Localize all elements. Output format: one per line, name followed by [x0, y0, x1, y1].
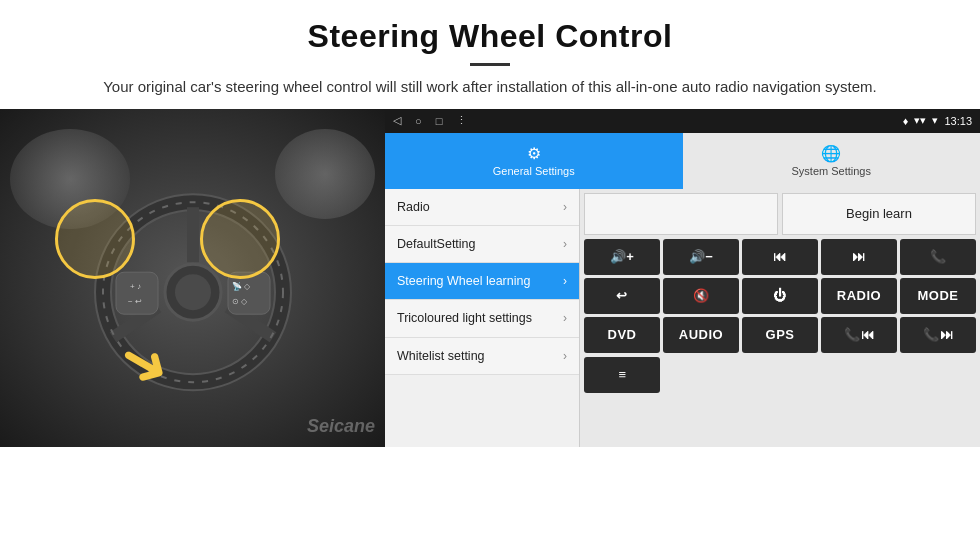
tab-system-settings[interactable]: 🌐 System Settings	[683, 133, 981, 189]
svg-text:+  ♪: + ♪	[130, 282, 141, 291]
next-track-icon: ⏭	[852, 249, 866, 264]
system-settings-icon: 🌐	[821, 144, 841, 163]
phone-next-button[interactable]: 📞⏭	[900, 317, 976, 353]
begin-learn-row: Begin learn	[584, 193, 976, 235]
menu-item-steering-label: Steering Wheel learning	[397, 273, 530, 289]
volume-down-button[interactable]: 🔊−	[663, 239, 739, 275]
begin-learn-button[interactable]: Begin learn	[782, 193, 976, 235]
svg-text:−  ↩: − ↩	[128, 297, 142, 306]
chevron-right-icon: ›	[563, 349, 567, 363]
header-divider	[470, 63, 510, 66]
svg-text:⊙  ◇: ⊙ ◇	[232, 297, 248, 306]
page-header: Steering Wheel Control Your original car…	[0, 0, 980, 109]
nav-square-icon[interactable]: □	[436, 115, 443, 127]
menu-item-tricoloured-label: Tricoloured light settings	[397, 310, 532, 326]
settings-tabs: ⚙ General Settings 🌐 System Settings	[385, 133, 980, 189]
phone-next-icon: 📞⏭	[923, 327, 953, 342]
signal-icon: ▾▾	[914, 114, 926, 127]
menu-button[interactable]: ≡	[584, 357, 660, 393]
menu-item-radio-label: Radio	[397, 199, 430, 215]
dvd-button[interactable]: DVD	[584, 317, 660, 353]
menu-icon: ≡	[618, 367, 626, 382]
menu-item-tricoloured[interactable]: Tricoloured light settings ›	[385, 300, 579, 337]
radio-label: RADIO	[837, 288, 881, 303]
mode-button[interactable]: MODE	[900, 278, 976, 314]
volume-up-icon: 🔊+	[610, 249, 635, 264]
menu-item-default-setting[interactable]: DefaultSetting ›	[385, 226, 579, 263]
menu-item-whitelist[interactable]: Whitelist setting ›	[385, 338, 579, 375]
nav-back-icon[interactable]: ◁	[393, 114, 401, 127]
android-panel: ◁ ○ □ ⋮ ♦ ▾▾ ▾ 13:13 ⚙ General Settings …	[385, 109, 980, 447]
volume-up-button[interactable]: 🔊+	[584, 239, 660, 275]
power-button[interactable]: ⏻	[742, 278, 818, 314]
chevron-right-icon: ›	[563, 200, 567, 214]
wifi-icon: ▾	[932, 114, 938, 127]
blank-box	[584, 193, 778, 235]
phone-prev-icon: 📞⏮	[844, 327, 874, 342]
header-subtitle: Your original car's steering wheel contr…	[60, 76, 920, 99]
phone-icon: 📞	[930, 249, 947, 264]
prev-track-icon: ⏮	[773, 249, 787, 264]
chevron-right-icon: ›	[563, 237, 567, 251]
tab-general-settings[interactable]: ⚙ General Settings	[385, 133, 683, 189]
tab-general-label: General Settings	[493, 165, 575, 177]
statusbar-info: ♦ ▾▾ ▾ 13:13	[903, 114, 972, 127]
svg-text:📡 ◇: 📡 ◇	[232, 281, 251, 291]
audio-button[interactable]: AUDIO	[663, 317, 739, 353]
menu-list: Radio › DefaultSetting › Steering Wheel …	[385, 189, 580, 447]
menu-item-steering-wheel[interactable]: Steering Wheel learning ›	[385, 263, 579, 300]
highlight-circle-left	[55, 199, 135, 279]
chevron-right-icon: ›	[563, 311, 567, 325]
back-icon: ↩	[616, 288, 628, 303]
mute-icon: 🔇	[693, 288, 710, 303]
mode-label: MODE	[918, 288, 959, 303]
gps-button[interactable]: GPS	[742, 317, 818, 353]
nav-menu-icon[interactable]: ⋮	[456, 114, 467, 127]
gps-label: GPS	[766, 327, 795, 342]
main-content: + ♪ − ↩ 📡 ◇ ⊙ ◇ ➜ Seicane	[0, 109, 980, 447]
volume-down-icon: 🔊−	[689, 249, 714, 264]
watermark: Seicane	[307, 416, 375, 437]
mute-button[interactable]: 🔇	[663, 278, 739, 314]
tab-system-label: System Settings	[792, 165, 871, 177]
car-image-area: + ♪ − ↩ 📡 ◇ ⊙ ◇ ➜ Seicane	[0, 109, 385, 447]
android-statusbar: ◁ ○ □ ⋮ ♦ ▾▾ ▾ 13:13	[385, 109, 980, 133]
menu-item-default-label: DefaultSetting	[397, 236, 476, 252]
phone-button[interactable]: 📞	[900, 239, 976, 275]
prev-track-button[interactable]: ⏮	[742, 239, 818, 275]
highlight-circle-right	[200, 199, 280, 279]
next-track-button[interactable]: ⏭	[821, 239, 897, 275]
nav-home-icon[interactable]: ○	[415, 115, 422, 127]
chevron-right-icon: ›	[563, 274, 567, 288]
settings-body: Radio › DefaultSetting › Steering Wheel …	[385, 189, 980, 447]
location-icon: ♦	[903, 115, 909, 127]
car-background: + ♪ − ↩ 📡 ◇ ⊙ ◇ ➜ Seicane	[0, 109, 385, 447]
time-display: 13:13	[944, 115, 972, 127]
dvd-label: DVD	[608, 327, 637, 342]
power-icon: ⏻	[773, 288, 787, 303]
phone-prev-button[interactable]: 📞⏮	[821, 317, 897, 353]
svg-point-6	[175, 274, 211, 310]
menu-item-radio[interactable]: Radio ›	[385, 189, 579, 226]
control-button-grid: 🔊+ 🔊− ⏮ ⏭ 📞 ↩	[584, 239, 976, 353]
general-settings-icon: ⚙	[527, 144, 541, 163]
audio-label: AUDIO	[679, 327, 723, 342]
bottom-row: ≡	[584, 357, 976, 393]
content-panel: Begin learn 🔊+ 🔊− ⏮ ⏭	[580, 189, 980, 447]
menu-item-whitelist-label: Whitelist setting	[397, 348, 485, 364]
page-title: Steering Wheel Control	[60, 18, 920, 55]
back-button[interactable]: ↩	[584, 278, 660, 314]
statusbar-nav: ◁ ○ □ ⋮	[393, 114, 467, 127]
radio-button[interactable]: RADIO	[821, 278, 897, 314]
svg-rect-7	[116, 272, 158, 314]
